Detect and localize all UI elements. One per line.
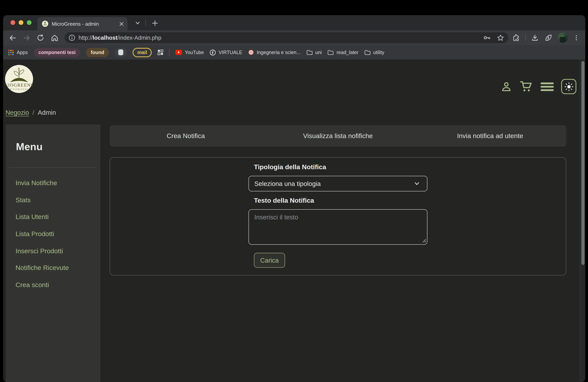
- url-host: localhost: [93, 35, 117, 41]
- page-scrollbar-thumb[interactable]: [581, 61, 585, 265]
- logo-tagline-text: microgreens: [10, 88, 28, 90]
- url-protocol: http://: [79, 35, 93, 41]
- tab-invia-notifica-ad-utente[interactable]: Invia notifica ad utente: [414, 125, 566, 147]
- tab-group-componenti-tesi[interactable]: componenti tesi: [34, 48, 80, 57]
- sidebar-item-invia-notifiche[interactable]: Invia Notifiche: [6, 175, 100, 191]
- sidebar-item-notifiche-ricevute[interactable]: Notifiche Ricevute: [6, 260, 100, 276]
- window-controls: [10, 20, 32, 25]
- bookmark-youtube[interactable]: YouTube: [175, 50, 204, 55]
- bookmark-apps[interactable]: Apps: [8, 49, 28, 55]
- url-path: /index-Admin.php: [117, 35, 161, 41]
- sidebar: Menu Invia Notifiche Stats Lista Utenti …: [6, 125, 100, 382]
- reload-icon[interactable]: [34, 32, 47, 43]
- type-select-value: Seleziona una tipologia: [254, 180, 414, 187]
- sidebar-item-stats[interactable]: Stats: [6, 191, 100, 209]
- type-label: Tipologia della Notifica: [249, 163, 427, 171]
- sidebar-item-lista-prodotti[interactable]: Lista Prodotti: [6, 226, 100, 243]
- tab-group-square-icon: [118, 49, 123, 55]
- browser-tab[interactable]: MicroGreens - admin: [37, 17, 127, 30]
- logo-brand-text: GIOGREENS: [5, 83, 33, 87]
- sidebar-item-insersci-prodotti[interactable]: Insersci Prodotti: [6, 243, 100, 260]
- energy-saver-leaf-icon[interactable]: [544, 33, 553, 42]
- sidebar-item-lista-utenti[interactable]: Lista Utenti: [6, 209, 100, 226]
- home-icon[interactable]: [48, 32, 61, 43]
- menu-kebab-icon[interactable]: [573, 34, 580, 41]
- folder-icon: [306, 50, 313, 55]
- header-actions: [500, 79, 576, 94]
- tab-crea-notifica[interactable]: Crea Notifica: [110, 125, 262, 147]
- theme-toggle-button[interactable]: [561, 79, 576, 94]
- extensions-icon[interactable]: [512, 34, 520, 42]
- close-window-button[interactable]: [10, 20, 15, 25]
- tab-group-unnamed[interactable]: [115, 48, 127, 57]
- tab-visualizza-lista-notifiche[interactable]: Visualizza lista nofifiche: [262, 125, 414, 147]
- browser-titlebar: MicroGreens - admin: [3, 15, 585, 30]
- cart-icon[interactable]: [519, 80, 533, 94]
- bookmark-star-icon[interactable]: [497, 34, 504, 42]
- sidebar-divider: [9, 167, 97, 168]
- new-tab-button[interactable]: [150, 18, 159, 28]
- tab-favicon: [42, 21, 48, 27]
- forward-icon[interactable]: [20, 32, 33, 43]
- breadcrumb-separator: /: [32, 109, 34, 116]
- bookmarks-divider: [169, 49, 169, 56]
- youtube-icon: [175, 50, 182, 55]
- page-scrollbar-track: [580, 60, 585, 382]
- bookmark-virtuale[interactable]: VIRTUALE: [210, 49, 242, 55]
- tab-close-icon[interactable]: [119, 21, 124, 26]
- url-bar[interactable]: http://localhost/index-Admin.php: [64, 32, 508, 43]
- breadcrumb: Negozio / Admin: [5, 109, 56, 116]
- folder-icon: [364, 50, 370, 55]
- page-viewport: GIOGREENS microgreens: [3, 60, 585, 382]
- back-icon[interactable]: [6, 32, 19, 43]
- dashboard-grid-icon[interactable]: [158, 49, 163, 55]
- text-label: Testo della Notifica: [249, 196, 427, 205]
- notification-text-input[interactable]: [249, 209, 427, 245]
- bookmarks-bar: Apps componenti tesi found mail YouTube …: [3, 45, 585, 60]
- downloads-icon[interactable]: [531, 34, 539, 42]
- tab-group-found[interactable]: found: [86, 48, 109, 57]
- account-icon[interactable]: [500, 80, 513, 93]
- bookmark-folder-uni[interactable]: uni: [306, 50, 322, 55]
- profile-avatar[interactable]: [558, 33, 568, 43]
- carica-button[interactable]: Carica: [254, 253, 285, 268]
- notification-tabs: Crea Notifica Visualizza lista nofifiche…: [110, 125, 566, 147]
- create-notification-card: Tipologia della Notifica Seleziona una t…: [110, 157, 566, 276]
- tab-group-mail[interactable]: mail: [133, 48, 152, 57]
- sidebar-title: Menu: [16, 141, 100, 153]
- breadcrumb-link-negozio[interactable]: Negozio: [5, 109, 29, 116]
- hamburger-menu-icon[interactable]: [540, 80, 555, 93]
- toolbar-divider: [525, 34, 526, 41]
- url-text: http://localhost/index-Admin.php: [79, 35, 480, 41]
- main-panel: Crea Notifica Visualizza lista nofifiche…: [110, 125, 566, 276]
- sun-icon: [564, 82, 573, 91]
- browser-toolbar: http://localhost/index-Admin.php: [3, 30, 585, 45]
- unibo-seal-icon: [248, 49, 254, 55]
- folder-icon: [328, 50, 334, 55]
- browser-window: MicroGreens - admin: [3, 15, 585, 382]
- bookmark-ingegneria[interactable]: Ingegneria e scien...: [248, 49, 300, 55]
- breadcrumb-current: Admin: [38, 109, 56, 116]
- tabstrip-divider: [146, 20, 146, 26]
- minimize-window-button[interactable]: [19, 20, 23, 25]
- tab-search-chevron-icon[interactable]: [133, 19, 142, 27]
- tab-title: MicroGreens - admin: [52, 21, 119, 27]
- type-select[interactable]: Seleziona una tipologia: [249, 176, 427, 191]
- site-logo[interactable]: GIOGREENS microgreens: [5, 64, 33, 93]
- bookmark-folder-read-later[interactable]: read_later: [328, 50, 358, 55]
- chevron-down-icon: [414, 180, 420, 187]
- zoom-window-button[interactable]: [27, 20, 32, 25]
- password-key-icon[interactable]: [483, 33, 491, 42]
- apps-grid-icon: [8, 49, 14, 55]
- screen: MicroGreens - admin: [0, 0, 588, 382]
- bookmark-folder-utility[interactable]: utility: [364, 50, 384, 55]
- sidebar-item-crea-sconti[interactable]: Crea sconti: [6, 276, 100, 294]
- virtuale-favicon: [210, 49, 216, 55]
- sidebar-menu: Invia Notifiche Stats Lista Utenti Lista…: [6, 175, 100, 294]
- site-info-icon[interactable]: [69, 35, 75, 41]
